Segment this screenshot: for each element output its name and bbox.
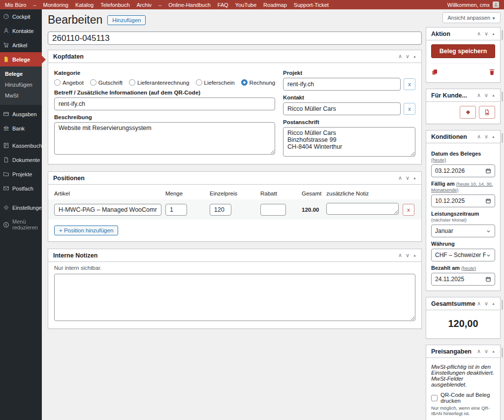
admin-bar-item-katalog[interactable]: Katalog: [75, 2, 94, 8]
delete-document-button[interactable]: [489, 68, 495, 77]
qr-code-checkbox[interactable]: [431, 395, 438, 401]
bezahlt-date-input[interactable]: 24.11.2025: [431, 273, 495, 286]
admin-bar-item-monitoring[interactable]: Monitoring: [43, 2, 68, 8]
rabatt-input[interactable]: [260, 204, 286, 216]
site-name-link[interactable]: Mis Büro: [5, 2, 26, 8]
faellig-date-input[interactable]: 10.12.2025: [431, 194, 495, 207]
move-down-icon[interactable]: ∨: [484, 93, 488, 98]
radio-icon[interactable]: [241, 79, 248, 86]
move-up-icon[interactable]: ∧: [398, 54, 402, 59]
admin-bar-item-archiv[interactable]: Archiv: [137, 2, 152, 8]
download-pdf-button[interactable]: [479, 106, 495, 119]
radio-gutschrift[interactable]: Gutschrift: [90, 79, 123, 86]
collapse-toggle-icon[interactable]: ▲: [413, 254, 416, 257]
collapse-toggle-icon[interactable]: ▲: [492, 302, 495, 305]
beschreibung-textarea[interactable]: Website mit Reservierungssystem: [54, 122, 275, 155]
move-up-icon[interactable]: ∧: [398, 175, 402, 181]
collapse-toggle-icon[interactable]: ▲: [492, 94, 495, 97]
copy-icon: [431, 68, 439, 76]
content-area: Bearbeiten Hinzufügen Kopfdaten ∧ ∨ ▲ Ka…: [42, 9, 504, 420]
sidebar-item-bank[interactable]: Bank: [0, 121, 42, 135]
sidebar-item-kontakte[interactable]: Kontakte: [0, 24, 42, 38]
heute-link[interactable]: (heute): [461, 265, 476, 271]
send-email-button[interactable]: [460, 106, 476, 119]
welcome-user-link[interactable]: Willkommen, cmx: [447, 2, 490, 8]
beleg-date-input[interactable]: 03.12.2026: [431, 164, 495, 177]
move-up-icon[interactable]: ∧: [477, 93, 481, 98]
radio-icon[interactable]: [90, 79, 96, 86]
postanschrift-textarea[interactable]: Ricco Müller Cars Binzhofstrasse 99 CH-8…: [283, 127, 415, 157]
collapse-toggle-icon[interactable]: ▲: [492, 350, 495, 353]
radio-angebot[interactable]: Angebot: [54, 79, 84, 86]
sidebar-item-belege[interactable]: Belege: [0, 52, 42, 66]
chevron-down-icon: [486, 253, 491, 258]
sidebar-item-dokumente[interactable]: Dokumente: [0, 153, 42, 167]
move-down-icon[interactable]: ∨: [406, 253, 410, 258]
kontakt-input[interactable]: [283, 102, 401, 115]
sidebar-item-artikel[interactable]: Artikel: [0, 38, 42, 52]
notiz-textarea[interactable]: [326, 203, 399, 215]
einzelpreis-input[interactable]: [210, 204, 231, 216]
move-up-icon[interactable]: ∧: [477, 134, 481, 139]
betreff-input[interactable]: [54, 97, 275, 110]
kontakt-clear-button[interactable]: x: [404, 103, 415, 115]
admin-bar-item-roadmap[interactable]: Roadmap: [263, 2, 287, 8]
menge-input[interactable]: [165, 204, 187, 216]
sidebar-item-cockpit[interactable]: Cockpit: [0, 9, 42, 24]
betreff-label: Betreff / Zusätzliche Informationen (auf…: [54, 90, 275, 96]
submenu-item-mwst[interactable]: MwSt: [0, 90, 42, 101]
move-down-icon[interactable]: ∨: [484, 349, 488, 354]
collapse-toggle-icon[interactable]: ▲: [492, 32, 495, 35]
sidebar-item-kassenbuch[interactable]: Kassenbuch: [0, 138, 42, 153]
remove-position-button[interactable]: x: [403, 204, 414, 216]
heute-link[interactable]: (heute): [431, 157, 446, 162]
submenu-item-hinzufuegen[interactable]: Hinzufügen: [0, 79, 42, 90]
artikel-input[interactable]: [54, 204, 161, 216]
radio-lieferschein[interactable]: Lieferschein: [196, 79, 235, 86]
move-up-icon[interactable]: ∧: [477, 301, 481, 306]
sidebar-item-projekte[interactable]: Projekte: [0, 167, 42, 181]
user-avatar[interactable]: [493, 1, 499, 8]
projekt-clear-button[interactable]: x: [404, 78, 415, 90]
radio-icon[interactable]: [196, 79, 202, 86]
leistungszeitraum-select[interactable]: Januar: [431, 225, 495, 237]
collapse-toggle-icon[interactable]: ▲: [413, 55, 416, 58]
document-number-input[interactable]: [48, 32, 422, 45]
radio-rechnung[interactable]: Rechnung: [241, 79, 275, 86]
sidebar-item-collapse-menu[interactable]: Menü reduzieren: [0, 215, 42, 234]
collapse-toggle-icon[interactable]: ▲: [492, 135, 495, 138]
sidebar-item-postfach[interactable]: Postfach: [0, 181, 42, 195]
interne-notizen-textarea[interactable]: [54, 274, 415, 321]
radio-icon[interactable]: [129, 79, 135, 86]
view-settings-button[interactable]: Ansicht anpassen ▼: [442, 12, 501, 23]
sidebar-item-ausgaben[interactable]: Ausgaben: [0, 107, 42, 121]
add-new-button[interactable]: Hinzufügen: [107, 15, 146, 25]
move-down-icon[interactable]: ∨: [406, 175, 410, 181]
waehrung-select[interactable]: CHF – Schweizer Franken: [431, 249, 495, 261]
move-down-icon[interactable]: ∨: [484, 301, 488, 306]
radio-lieferantenrechnung[interactable]: Lieferantenrechnung: [129, 79, 189, 86]
sidebar-item-einstellungen[interactable]: Einstellungen: [0, 200, 42, 215]
radio-icon[interactable]: [54, 79, 61, 86]
sidebar-item-label: Belege: [12, 57, 30, 63]
move-up-icon[interactable]: ∧: [477, 349, 481, 354]
add-position-button[interactable]: + Position hinzufügen: [54, 226, 118, 235]
duplicate-document-button[interactable]: [431, 68, 439, 77]
projekt-input[interactable]: [283, 78, 401, 91]
move-up-icon[interactable]: ∧: [477, 31, 481, 36]
move-up-icon[interactable]: ∧: [398, 253, 402, 258]
admin-bar-item-online-handbuch[interactable]: Online-Handbuch: [168, 2, 211, 8]
person-icon: [3, 28, 9, 34]
move-down-icon[interactable]: ∨: [484, 134, 488, 139]
move-down-icon[interactable]: ∨: [484, 31, 488, 36]
envelope-icon: [3, 185, 9, 192]
admin-bar-item-telefonbuch[interactable]: Telefonbuch: [100, 2, 129, 8]
move-down-icon[interactable]: ∨: [406, 54, 410, 59]
collapse-toggle-icon[interactable]: ▲: [413, 176, 416, 180]
admin-bar-item-support-ticket[interactable]: Support-Ticket: [294, 2, 329, 8]
save-document-button[interactable]: Beleg speichern: [431, 44, 495, 58]
admin-bar-item-faq[interactable]: FAQ: [218, 2, 228, 8]
admin-bar-item-youtube[interactable]: YouTube: [235, 2, 256, 8]
submenu-item-belege[interactable]: Belege: [0, 68, 42, 79]
panel-title: Positionen: [53, 175, 85, 182]
